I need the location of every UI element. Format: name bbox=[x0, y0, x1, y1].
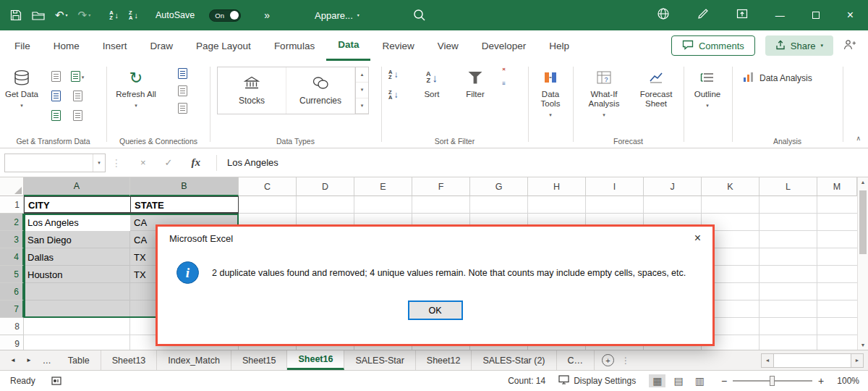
sheet-nav-left-icon[interactable]: ◄ bbox=[0, 350, 21, 370]
outline-button[interactable]: Outline ▾ bbox=[689, 64, 726, 110]
sheet-tab-sales-star[interactable]: SALES-Star bbox=[344, 350, 415, 370]
row-header-1[interactable]: 1 bbox=[0, 196, 24, 214]
from-web-button[interactable] bbox=[51, 91, 61, 101]
column-header-I[interactable]: I bbox=[586, 177, 644, 196]
select-all-corner[interactable] bbox=[0, 177, 24, 196]
sheet-tab-sheet13[interactable]: Sheet13 bbox=[101, 350, 158, 370]
sheet-nav-right-icon[interactable]: ► bbox=[21, 350, 37, 370]
from-picture-button[interactable] bbox=[73, 110, 82, 121]
gallery-more-button[interactable]: ▾ bbox=[356, 98, 368, 114]
cell-A6[interactable] bbox=[24, 283, 130, 300]
hscroll-left-icon[interactable]: ◄ bbox=[761, 353, 774, 368]
cell-A5[interactable]: Houston bbox=[24, 266, 130, 283]
gallery-up-button[interactable]: ▴ bbox=[356, 67, 368, 83]
confirm-entry-button[interactable]: ✓ bbox=[165, 157, 173, 168]
column-header-L[interactable]: L bbox=[760, 177, 817, 196]
row-header-6[interactable]: 6 bbox=[0, 283, 24, 300]
cell-A3[interactable]: San Diego bbox=[24, 231, 130, 248]
stocks-data-type[interactable]: Stocks bbox=[218, 67, 286, 114]
sort-button[interactable]: AZ↓ Sort bbox=[413, 64, 451, 99]
existing-connections-button[interactable] bbox=[73, 91, 82, 101]
collapse-ribbon-button[interactable]: ∧ bbox=[856, 135, 861, 142]
tab-splitter-handle[interactable]: ⋮ bbox=[621, 356, 630, 366]
sheet-tab-index-match[interactable]: Index_Match bbox=[157, 350, 231, 370]
tab-draw[interactable]: Draw bbox=[139, 30, 185, 61]
tab-help[interactable]: Help bbox=[537, 30, 581, 61]
scroll-down-icon[interactable]: ▼ bbox=[858, 342, 868, 348]
tab-view[interactable]: View bbox=[426, 30, 470, 61]
page-layout-view-button[interactable]: ▤ bbox=[670, 374, 686, 387]
formula-bar-content[interactable]: Los Angeles bbox=[227, 157, 278, 168]
zoom-level[interactable]: 100% bbox=[837, 376, 859, 386]
share-button[interactable]: Share ▾ bbox=[765, 35, 833, 56]
horizontal-scroll-track[interactable] bbox=[774, 353, 851, 368]
sort-za-button[interactable]: ZA ↓ bbox=[388, 90, 398, 100]
autosave-toggle[interactable]: On bbox=[209, 9, 241, 22]
hscroll-right-icon[interactable]: ► bbox=[851, 353, 864, 368]
recent-sources-button[interactable]: ▾ bbox=[71, 71, 85, 82]
get-data-button[interactable]: Get Data ▾ bbox=[4, 64, 39, 110]
row-header-3[interactable]: 3 bbox=[0, 231, 24, 248]
tab-developer[interactable]: Developer bbox=[470, 30, 538, 61]
close-button[interactable]: × bbox=[847, 9, 854, 22]
add-sheet-button[interactable]: + bbox=[602, 354, 614, 366]
column-header-B[interactable]: B bbox=[130, 177, 239, 196]
display-settings-button[interactable]: Display Settings bbox=[558, 375, 636, 387]
refresh-all-button[interactable]: ↻ Refresh All ▾ bbox=[116, 64, 156, 110]
from-table-range-button[interactable] bbox=[51, 110, 61, 121]
row-header-9[interactable]: 9 bbox=[0, 335, 24, 350]
cancel-entry-button[interactable]: × bbox=[140, 157, 146, 168]
zoom-out-button[interactable]: − bbox=[721, 375, 727, 387]
name-box[interactable]: ▾ bbox=[4, 154, 106, 172]
sheet-tab-sheet16-active[interactable]: Sheet16 bbox=[287, 350, 344, 370]
vertical-scrollbar[interactable]: ▲ ▼ bbox=[857, 177, 868, 350]
row-header-8[interactable]: 8 bbox=[0, 318, 24, 335]
tab-formulas[interactable]: Formulas bbox=[263, 30, 326, 61]
sheet-tab-clipped[interactable]: C… bbox=[557, 350, 595, 370]
tab-file[interactable]: File bbox=[0, 30, 42, 61]
forecast-sheet-button[interactable]: Forecast Sheet bbox=[634, 64, 678, 109]
from-text-button[interactable] bbox=[51, 71, 61, 82]
tab-review[interactable]: Review bbox=[370, 30, 425, 61]
sort-descending-button[interactable]: ZA ↓ bbox=[129, 10, 138, 20]
filter-button[interactable]: Filter bbox=[456, 64, 494, 99]
maximize-button[interactable] bbox=[812, 9, 820, 22]
gallery-down-button[interactable]: ▾ bbox=[356, 83, 368, 98]
tab-data[interactable]: Data bbox=[326, 30, 370, 61]
zoom-slider-thumb[interactable] bbox=[770, 376, 775, 386]
sort-ascending-button[interactable]: AZ ↓ bbox=[109, 10, 119, 20]
macro-record-icon[interactable] bbox=[51, 377, 61, 385]
sheet-tab-sheet15[interactable]: Sheet15 bbox=[231, 350, 288, 370]
sheet-list-ellipsis-button[interactable]: … bbox=[37, 350, 57, 370]
workbook-name-dropdown[interactable]: Appare... ▾ bbox=[315, 10, 359, 21]
edit-links-button[interactable] bbox=[178, 103, 187, 114]
cell-A1[interactable]: CITY bbox=[25, 196, 131, 214]
row-header-4[interactable]: 4 bbox=[0, 248, 24, 266]
sheet-tab-sales-star-2[interactable]: SALES-Star (2) bbox=[472, 350, 556, 370]
row-header-5[interactable]: 5 bbox=[0, 266, 24, 283]
save-icon[interactable] bbox=[10, 9, 22, 21]
sheet-tab-sheet12[interactable]: Sheet12 bbox=[416, 350, 472, 370]
column-header-M[interactable]: M bbox=[817, 177, 857, 196]
drag-handle-icon[interactable]: ⋮ bbox=[111, 157, 122, 169]
redo-button[interactable]: ↷ ▾ bbox=[78, 9, 91, 21]
row-header-7[interactable]: 7 bbox=[0, 300, 24, 318]
column-header-F[interactable]: F bbox=[412, 177, 470, 196]
row-header-2[interactable]: 2 bbox=[0, 214, 24, 231]
search-icon[interactable] bbox=[413, 9, 426, 22]
horizontal-scrollbar[interactable]: ◄ ► bbox=[761, 353, 864, 368]
comments-button[interactable]: Comments bbox=[671, 35, 755, 56]
vertical-scroll-thumb[interactable] bbox=[859, 190, 867, 254]
tab-insert[interactable]: Insert bbox=[91, 30, 139, 61]
cell-A4[interactable]: Dallas bbox=[24, 248, 130, 266]
ribbon-display-options-icon[interactable] bbox=[736, 9, 748, 22]
insert-function-button[interactable]: fx bbox=[192, 156, 201, 169]
column-header-D[interactable]: D bbox=[297, 177, 354, 196]
people-icon[interactable] bbox=[843, 39, 856, 53]
properties-button[interactable] bbox=[178, 85, 187, 96]
globe-icon[interactable] bbox=[657, 7, 670, 23]
pen-icon[interactable] bbox=[697, 8, 709, 22]
column-header-G[interactable]: G bbox=[470, 177, 528, 196]
qat-overflow-button[interactable]: » bbox=[264, 9, 270, 21]
zoom-in-button[interactable]: + bbox=[818, 375, 824, 387]
